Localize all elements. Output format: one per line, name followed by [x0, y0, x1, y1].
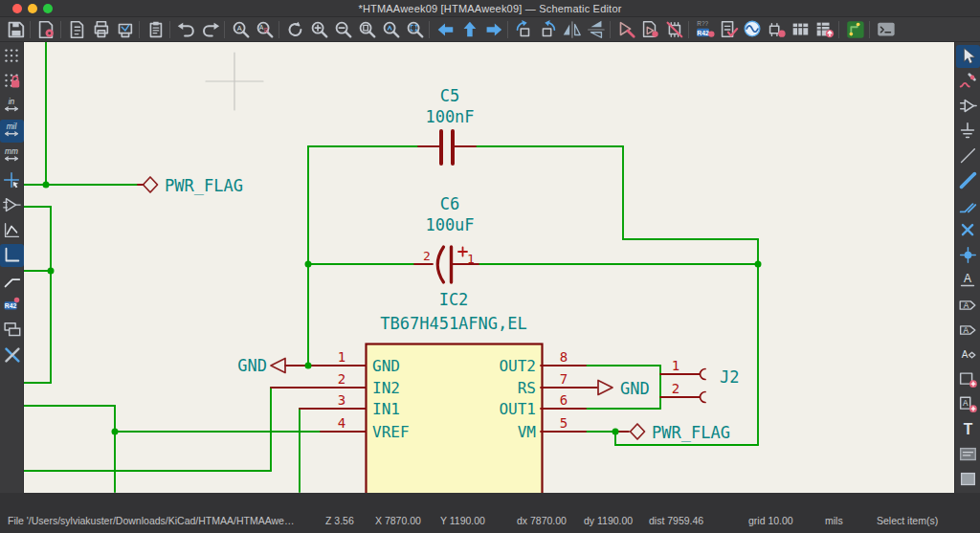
fields-table-button[interactable] [788, 18, 812, 41]
redo-button[interactable] [197, 18, 221, 41]
schematic-text[interactable]: PWR_FLAG [165, 176, 243, 195]
hierarchical-label-button[interactable]: A [956, 319, 980, 342]
schematic-text[interactable]: 1 [467, 252, 475, 266]
schematic-text[interactable]: 2 [672, 381, 679, 396]
wire-junction[interactable] [112, 429, 119, 435]
schematic-text[interactable]: 100nF [425, 107, 474, 126]
grid-overrides-button[interactable] [0, 70, 24, 93]
schematic-text[interactable]: J2 [720, 367, 739, 387]
rotate-ccw-button[interactable] [511, 18, 535, 41]
schematic-text[interactable]: 3 [338, 392, 345, 408]
bom-button[interactable] [812, 18, 835, 41]
place-symbol-button[interactable] [956, 95, 980, 118]
refresh-button[interactable] [282, 18, 306, 41]
schematic-text[interactable]: 7 [560, 371, 568, 387]
footprint-editor-button[interactable] [661, 18, 685, 41]
schematic-text[interactable]: 2 [423, 249, 431, 263]
netclass-directive-button[interactable]: A [956, 344, 980, 366]
draw-wire-button[interactable] [956, 144, 980, 167]
find-button[interactable]: A [228, 18, 252, 41]
angle-90-button[interactable] [0, 244, 24, 267]
schematic-text[interactable]: OUT1 [499, 400, 536, 418]
schematic-text[interactable]: 1 [672, 358, 679, 373]
nav-up-button[interactable] [457, 18, 480, 41]
units-inches-button[interactable]: in [0, 95, 24, 118]
angle-45-button[interactable] [0, 269, 24, 292]
annotate-button[interactable]: R??R42 [692, 18, 716, 41]
pcb-editor-button[interactable] [842, 18, 866, 41]
schematic-drawing[interactable]: C5100nFC6100uFIC2TB67H451AFNG,ELGNDGNDPW… [24, 42, 954, 493]
zoom-objects-button[interactable] [378, 18, 402, 41]
assign-footprints-button[interactable] [764, 18, 788, 41]
schematic-text[interactable]: 4 [338, 415, 345, 431]
units-mm-button[interactable]: mm [0, 144, 24, 167]
symbol-shape[interactable] [631, 424, 645, 439]
paste-button[interactable] [143, 18, 167, 41]
symbol-shape[interactable] [144, 177, 158, 192]
symbol-shape[interactable] [701, 369, 706, 380]
zoom-fit-button[interactable] [354, 18, 378, 41]
angle-free-button[interactable] [0, 219, 24, 242]
units-mils-button[interactable]: mil [0, 120, 24, 143]
schematic-text[interactable]: 100uF [425, 215, 474, 234]
status-units[interactable]: mils [825, 515, 843, 526]
rotate-cw-button[interactable] [535, 18, 559, 41]
global-label-button[interactable]: A [956, 294, 980, 317]
print-button[interactable] [88, 18, 112, 41]
hierarchy-navigator-button[interactable] [0, 319, 24, 342]
schematic-text[interactable]: 6 [560, 392, 568, 408]
save-button[interactable] [3, 18, 27, 41]
symbol-shape[interactable] [701, 392, 706, 403]
hidden-pins-button[interactable] [0, 194, 24, 217]
schematic-text[interactable]: IN1 [372, 400, 400, 418]
wire-junction[interactable] [612, 429, 619, 435]
wire-junction[interactable] [305, 261, 312, 268]
symbol-editor-button[interactable] [613, 18, 637, 41]
wire-junction[interactable] [755, 261, 762, 268]
cursor-shape-button[interactable] [0, 169, 24, 192]
schematic-text[interactable]: 1 [338, 349, 345, 365]
place-power-button[interactable] [956, 120, 980, 143]
schematic-text[interactable]: VM [518, 423, 536, 441]
symbol-shape[interactable] [458, 248, 467, 256]
import-sheet-pin-button[interactable]: A [956, 393, 980, 416]
show-grid-button[interactable] [0, 45, 24, 68]
bus-entry-button[interactable] [956, 194, 980, 217]
mirror-v-button[interactable] [559, 18, 583, 41]
find-replace-button[interactable]: AB [252, 18, 276, 41]
net-label-button[interactable]: A [956, 269, 980, 292]
directive-labels-button[interactable]: R42 [0, 294, 24, 317]
wire-junction[interactable] [43, 182, 50, 189]
symbol-browser-button[interactable] [637, 18, 661, 41]
status-grid[interactable]: grid 10.00 [748, 515, 793, 526]
schematic-setup-button[interactable] [33, 18, 57, 41]
nav-back-button[interactable] [433, 18, 457, 41]
nav-forward-button[interactable] [480, 18, 504, 41]
undo-button[interactable] [173, 18, 197, 41]
schematic-text[interactable]: 2 [338, 371, 345, 387]
schematic-text[interactable]: PWR_FLAG [652, 423, 730, 442]
schematic-text[interactable]: RS [518, 379, 536, 397]
page-settings-button[interactable] [64, 18, 88, 41]
schematic-text[interactable]: IC2 [439, 290, 469, 309]
schematic-text[interactable]: TB67H451AFNG,EL [380, 314, 527, 333]
console-button[interactable] [873, 18, 897, 41]
schematic-canvas[interactable]: C5100nFC6100uFIC2TB67H451AFNG,ELGNDGNDPW… [24, 42, 954, 493]
schematic-text[interactable]: IN2 [372, 379, 400, 397]
zoom-selection-button[interactable] [402, 18, 426, 41]
place-text-button[interactable]: T [956, 418, 980, 441]
highlight-net-button[interactable] [956, 70, 980, 93]
schematic-text[interactable]: 5 [560, 415, 568, 431]
zoom-in-button[interactable] [306, 18, 330, 41]
properties-panel-button[interactable] [0, 344, 24, 366]
schematic-text[interactable]: GND [372, 357, 400, 375]
schematic-text[interactable]: C6 [440, 194, 459, 213]
symbol-shape[interactable] [271, 359, 285, 373]
no-connect-button[interactable] [956, 219, 980, 242]
draw-rectangle-button[interactable] [956, 468, 980, 491]
select-button[interactable] [956, 45, 980, 68]
symbol-shape[interactable] [598, 381, 612, 395]
schematic-text[interactable]: GND [620, 379, 650, 398]
simulator-button[interactable] [740, 18, 764, 41]
hierarchical-sheet-button[interactable] [956, 368, 980, 391]
